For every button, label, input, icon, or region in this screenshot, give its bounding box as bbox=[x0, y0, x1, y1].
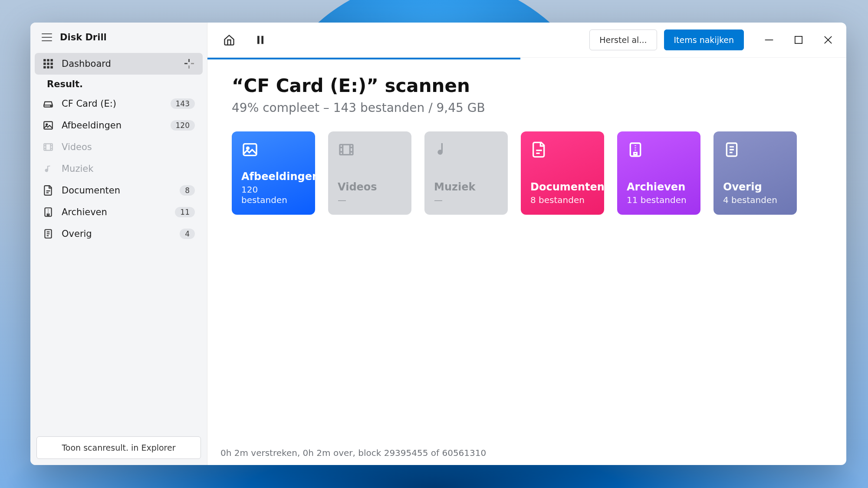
svg-rect-15 bbox=[257, 36, 260, 44]
document-icon bbox=[43, 185, 54, 196]
svg-rect-2 bbox=[50, 59, 53, 61]
nav-cf-card[interactable]: CF Card (E:) 143 bbox=[35, 93, 203, 115]
card-archives[interactable]: Archieven 11 bestanden bbox=[617, 131, 700, 215]
window-controls bbox=[763, 34, 834, 46]
count-badge: 4 bbox=[180, 229, 195, 239]
close-icon[interactable] bbox=[822, 34, 834, 46]
maximize-icon[interactable] bbox=[792, 34, 805, 46]
category-cards: Afbeeldingen 120 bestanden Videos — Muzi… bbox=[232, 131, 822, 215]
nav-other[interactable]: Overig 4 bbox=[35, 223, 203, 245]
card-other[interactable]: Overig 4 bestanden bbox=[713, 131, 797, 215]
svg-rect-0 bbox=[43, 59, 46, 61]
toolbar-left bbox=[223, 34, 266, 46]
card-music: Muziek — bbox=[424, 131, 508, 215]
page-subtitle: 49% compleet – 143 bestanden / 9,45 GB bbox=[232, 101, 822, 115]
card-documents[interactable]: Documenten 8 bestanden bbox=[521, 131, 604, 215]
grid-icon bbox=[43, 58, 54, 69]
card-sub: 11 bestanden bbox=[627, 195, 691, 205]
count-badge: 120 bbox=[171, 120, 195, 131]
svg-rect-21 bbox=[243, 144, 256, 156]
video-icon bbox=[338, 141, 355, 158]
svg-point-11 bbox=[46, 124, 47, 125]
file-icon bbox=[43, 228, 54, 239]
progress-bar bbox=[207, 58, 846, 59]
image-icon bbox=[43, 120, 54, 131]
count-badge: 11 bbox=[175, 207, 195, 217]
main: Herstel al... Items nakijken “CF Card (E… bbox=[207, 23, 846, 465]
loading-icon bbox=[184, 58, 195, 69]
video-icon bbox=[43, 141, 54, 153]
svg-rect-5 bbox=[50, 62, 53, 65]
home-icon[interactable] bbox=[223, 34, 235, 46]
nav-label: Documenten bbox=[62, 185, 172, 196]
card-title: Overig bbox=[723, 181, 787, 193]
disk-icon bbox=[43, 98, 54, 109]
nav-label: CF Card (E:) bbox=[62, 98, 163, 109]
archive-icon bbox=[627, 141, 644, 158]
nav-label: Overig bbox=[62, 229, 172, 239]
page-title: “CF Card (E:)” scannen bbox=[232, 75, 822, 96]
svg-point-9 bbox=[51, 106, 52, 107]
card-title: Archieven bbox=[627, 181, 691, 193]
count-badge: 8 bbox=[180, 185, 195, 196]
toolbar-right: Herstel al... Items nakijken bbox=[589, 29, 834, 50]
section-title: Result. bbox=[35, 75, 203, 93]
review-items-button[interactable]: Items nakijken bbox=[664, 29, 744, 50]
nav-label: Muziek bbox=[62, 164, 195, 174]
pause-icon[interactable] bbox=[254, 34, 266, 46]
app-window: Disk Drill Dashboard Result. CF Card (E:… bbox=[30, 23, 846, 465]
status-bar: 0h 2m verstreken, 0h 2m over, block 2939… bbox=[207, 441, 846, 465]
toolbar: Herstel al... Items nakijken bbox=[207, 23, 846, 58]
svg-rect-23 bbox=[340, 144, 353, 154]
sidebar-header: Disk Drill bbox=[30, 23, 207, 50]
svg-rect-8 bbox=[50, 66, 53, 68]
minimize-icon[interactable] bbox=[763, 34, 775, 46]
nav-music[interactable]: Muziek bbox=[35, 158, 203, 180]
menu-icon[interactable] bbox=[42, 33, 52, 41]
progress-fill bbox=[207, 58, 520, 59]
card-images[interactable]: Afbeeldingen 120 bestanden bbox=[232, 131, 315, 215]
document-icon bbox=[530, 141, 548, 158]
svg-rect-12 bbox=[44, 144, 53, 150]
content: “CF Card (E:)” scannen 49% compleet – 14… bbox=[207, 59, 846, 441]
svg-rect-10 bbox=[44, 121, 53, 129]
card-title: Videos bbox=[338, 181, 402, 193]
restore-all-button[interactable]: Herstel al... bbox=[589, 29, 657, 50]
card-videos: Videos — bbox=[328, 131, 411, 215]
card-sub: 8 bestanden bbox=[530, 195, 595, 205]
sidebar-footer: Toon scanresult. in Explorer bbox=[30, 430, 207, 465]
svg-rect-16 bbox=[261, 36, 263, 44]
file-icon bbox=[723, 141, 740, 158]
sidebar: Disk Drill Dashboard Result. CF Card (E:… bbox=[30, 23, 207, 465]
nav-label: Dashboard bbox=[62, 59, 176, 69]
svg-rect-4 bbox=[47, 62, 49, 65]
nav-label: Archieven bbox=[62, 207, 167, 217]
nav-archives[interactable]: Archieven 11 bbox=[35, 201, 203, 223]
nav-list: Dashboard Result. CF Card (E:) 143 Afbee… bbox=[30, 50, 207, 430]
svg-rect-1 bbox=[47, 59, 49, 61]
svg-rect-7 bbox=[47, 66, 49, 68]
image-icon bbox=[241, 141, 259, 158]
card-title: Muziek bbox=[434, 181, 498, 193]
nav-label: Afbeeldingen bbox=[62, 120, 163, 131]
archive-icon bbox=[43, 206, 54, 218]
card-title: Documenten bbox=[530, 181, 595, 193]
nav-videos[interactable]: Videos bbox=[35, 136, 203, 158]
nav-dashboard[interactable]: Dashboard bbox=[35, 53, 203, 75]
app-title: Disk Drill bbox=[60, 32, 107, 43]
svg-rect-3 bbox=[43, 62, 46, 65]
music-icon bbox=[43, 163, 54, 174]
card-sub: 4 bestanden bbox=[723, 195, 787, 205]
show-in-explorer-button[interactable]: Toon scanresult. in Explorer bbox=[36, 436, 201, 459]
nav-documents[interactable]: Documenten 8 bbox=[35, 180, 203, 201]
nav-images[interactable]: Afbeeldingen 120 bbox=[35, 115, 203, 136]
svg-rect-6 bbox=[43, 66, 46, 68]
card-title: Afbeeldingen bbox=[241, 170, 306, 183]
music-icon bbox=[434, 141, 451, 158]
svg-rect-18 bbox=[795, 36, 802, 43]
count-badge: 143 bbox=[171, 98, 195, 109]
card-sub: 120 bestanden bbox=[241, 184, 306, 205]
nav-label: Videos bbox=[62, 142, 195, 152]
svg-point-22 bbox=[247, 147, 249, 149]
card-sub: — bbox=[434, 195, 498, 205]
